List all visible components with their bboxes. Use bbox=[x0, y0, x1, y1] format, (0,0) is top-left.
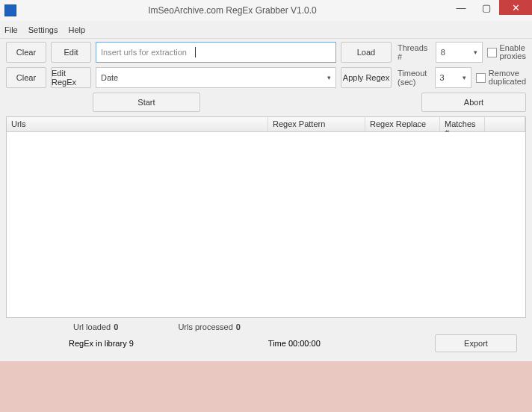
urls-processed: Urls processed 0 bbox=[178, 322, 240, 331]
remove-duplicated-checkbox[interactable] bbox=[476, 73, 486, 83]
time: Time 00:00:00 bbox=[268, 339, 321, 348]
regex-select-value: Date bbox=[101, 73, 118, 82]
row-actions: Start Abort bbox=[6, 93, 526, 112]
url-input-placeholder: Insert urls for extraction bbox=[101, 48, 187, 57]
app-icon bbox=[4, 4, 16, 16]
apply-regex-button[interactable]: Apply Regex bbox=[341, 67, 392, 88]
status-row-1: Url loaded 0 Urls processed 0 bbox=[6, 318, 526, 333]
threads-select[interactable]: 8 ▾ bbox=[436, 42, 483, 63]
enable-proxies-group: Enable proxies bbox=[487, 44, 526, 60]
menu-file[interactable]: File bbox=[4, 25, 18, 34]
url-loaded: Url loaded 0 bbox=[73, 322, 118, 331]
col-replace[interactable]: Regex Replace bbox=[365, 117, 440, 131]
threads-value: 8 bbox=[441, 48, 445, 57]
clear-regex-button[interactable]: Clear bbox=[6, 67, 46, 88]
chevron-down-icon: ▾ bbox=[463, 74, 466, 81]
regex-in-library: RegEx in library 9 bbox=[69, 339, 134, 348]
remove-duplicated-group: Remove duplicated bbox=[476, 69, 526, 86]
minimize-button[interactable]: — bbox=[448, 0, 474, 15]
titlebar: ImSeoArchive.com RegEx Grabber V1.0.0 — … bbox=[0, 0, 532, 21]
clear-urls-button[interactable]: Clear bbox=[6, 42, 46, 63]
url-input[interactable]: Insert urls for extraction bbox=[96, 42, 336, 63]
window-title: ImSeoArchive.com RegEx Grabber V1.0.0 bbox=[16, 5, 448, 16]
timeout-label: Timeout (sec) bbox=[398, 69, 430, 87]
chevron-down-icon: ▾ bbox=[474, 49, 477, 56]
urls-processed-value: 0 bbox=[236, 322, 241, 331]
abort-button[interactable]: Abort bbox=[421, 93, 526, 112]
load-button[interactable]: Load bbox=[341, 42, 392, 63]
remove-duplicated-label: Remove duplicated bbox=[489, 69, 526, 86]
time-value: 00:00:00 bbox=[288, 339, 321, 348]
results-table: Urls Regex Pattern Regex Replace Matches… bbox=[6, 116, 526, 318]
regex-in-library-value: 9 bbox=[129, 339, 134, 348]
table-header: Urls Regex Pattern Regex Replace Matches… bbox=[7, 117, 525, 132]
col-matches[interactable]: Matches # bbox=[440, 117, 485, 131]
menubar: File Settings Help bbox=[0, 21, 532, 39]
row-regex: Clear Edit RegEx Date ▾ Apply Regex Time… bbox=[6, 67, 526, 88]
close-button[interactable]: ✕ bbox=[499, 0, 532, 15]
threads-label: Threads # bbox=[398, 43, 431, 61]
row-urls: Clear Edit Insert urls for extraction Lo… bbox=[6, 42, 526, 63]
edit-regex-button[interactable]: Edit RegEx bbox=[51, 67, 91, 88]
url-loaded-value: 0 bbox=[114, 322, 118, 331]
edit-urls-button[interactable]: Edit bbox=[51, 42, 91, 63]
maximize-button[interactable]: ▢ bbox=[474, 0, 499, 15]
export-button[interactable]: Export bbox=[435, 334, 517, 352]
enable-proxies-checkbox[interactable] bbox=[487, 48, 497, 57]
col-spacer bbox=[485, 117, 525, 131]
cursor-icon bbox=[195, 47, 196, 57]
regex-select[interactable]: Date ▾ bbox=[96, 67, 336, 88]
table-body[interactable] bbox=[7, 132, 525, 317]
menu-settings[interactable]: Settings bbox=[28, 25, 58, 34]
workarea: Clear Edit Insert urls for extraction Lo… bbox=[0, 39, 532, 361]
menu-help[interactable]: Help bbox=[68, 25, 85, 34]
window-buttons: — ▢ ✕ bbox=[448, 0, 532, 21]
col-pattern[interactable]: Regex Pattern bbox=[268, 117, 365, 131]
enable-proxies-label: Enable proxies bbox=[500, 44, 526, 60]
status-row-2: RegEx in library 9 Time 00:00:00 Export bbox=[6, 333, 526, 355]
start-button[interactable]: Start bbox=[93, 93, 200, 112]
col-urls[interactable]: Urls bbox=[7, 117, 268, 131]
timeout-select[interactable]: 3 ▾ bbox=[435, 67, 471, 88]
timeout-value: 3 bbox=[440, 73, 445, 82]
chevron-down-icon: ▾ bbox=[327, 74, 331, 81]
